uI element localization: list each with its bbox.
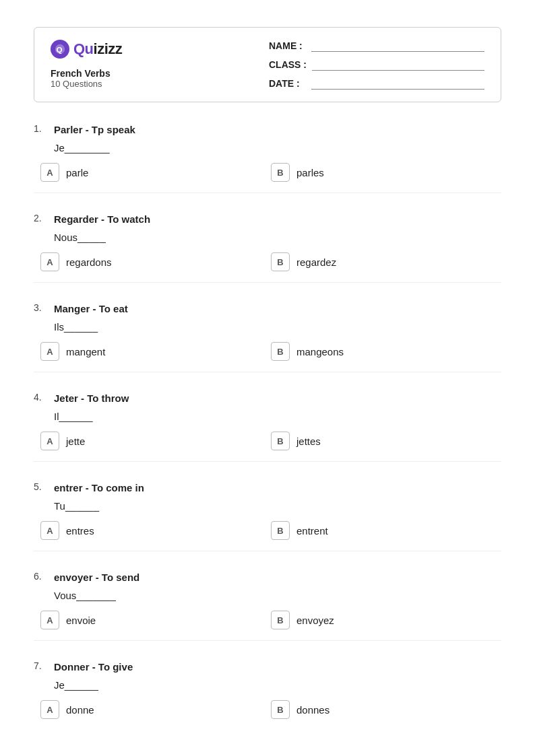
class-label: CLASS :: [269, 59, 307, 70]
option-a: Amangent: [40, 342, 271, 361]
options-row: AenvoieBenvoyez: [40, 611, 501, 629]
question-divider: [34, 551, 501, 551]
question-fill: Je________: [54, 142, 501, 153]
question-fill: Ils______: [54, 321, 501, 333]
quizizz-svg: Q: [54, 43, 66, 55]
header-box: Q Quizizz French Verbs 10 Questions NAME…: [34, 27, 501, 102]
name-label: NAME :: [269, 40, 306, 51]
option-text-a: regardons: [66, 256, 112, 268]
question-number: 5.: [34, 481, 47, 492]
options-row: AjetteBjettes: [40, 432, 501, 450]
option-b: Bmangeons: [271, 342, 501, 361]
question-block: 1.Parler - Tp speakJe________AparleBparl…: [34, 123, 501, 193]
options-row: AregardonsBregardez: [40, 252, 501, 271]
question-divider: [34, 282, 501, 283]
option-badge-b: B: [271, 163, 290, 182]
header-right: NAME : CLASS : DATE :: [269, 40, 484, 90]
option-badge-a: A: [40, 342, 59, 361]
question-block: 4.Jeter - To throwIl______AjetteBjettes: [34, 391, 501, 462]
question-divider: [34, 372, 501, 372]
option-badge-b: B: [271, 342, 290, 361]
option-text-a: parle: [66, 167, 88, 178]
option-badge-b: B: [271, 611, 290, 629]
logo: Q Quizizz: [51, 40, 122, 59]
option-text-a: mangent: [66, 346, 105, 357]
question-block: 7.Donner - To giveJe______AdonneBdonnes: [34, 660, 501, 719]
question-header: 3.Manger - To eat: [34, 302, 501, 316]
option-a: Aregardons: [40, 252, 271, 271]
question-header: 2.Regarder - To watch: [34, 212, 501, 226]
option-text-a: envoie: [66, 615, 96, 626]
svg-text:Q: Q: [57, 45, 63, 54]
option-text-b: jettes: [296, 436, 321, 447]
option-a: Aparle: [40, 163, 271, 182]
option-text-b: entrent: [296, 525, 328, 537]
options-row: AparleBparles: [40, 163, 501, 182]
question-fill: Il______: [54, 411, 501, 422]
quiz-subtitle: 10 Questions: [51, 79, 122, 89]
option-text-b: regardez: [296, 256, 336, 268]
option-badge-b: B: [271, 521, 290, 540]
date-field-row: DATE :: [269, 77, 484, 90]
option-text-a: entres: [66, 525, 94, 537]
class-line: [312, 59, 484, 71]
option-badge-b: B: [271, 432, 290, 450]
option-badge-b: B: [271, 252, 290, 271]
question-number: 2.: [34, 212, 47, 224]
option-badge-b: B: [271, 700, 290, 719]
question-text: Regarder - To watch: [54, 212, 150, 226]
question-number: 3.: [34, 302, 47, 313]
question-block: 2.Regarder - To watchNous_____Aregardons…: [34, 212, 501, 283]
page: Q Quizizz French Verbs 10 Questions NAME…: [0, 0, 535, 756]
option-a: Aenvoie: [40, 611, 271, 629]
option-text-b: donnes: [296, 704, 329, 716]
date-label: DATE :: [269, 78, 306, 89]
option-b: Bentrent: [271, 521, 501, 540]
question-number: 6.: [34, 570, 47, 582]
options-row: AdonneBdonnes: [40, 700, 501, 719]
option-b: Bjettes: [271, 432, 501, 450]
options-row: AmangentBmangeons: [40, 342, 501, 361]
option-a: Ajette: [40, 432, 271, 450]
option-badge-a: A: [40, 252, 59, 271]
question-number: 4.: [34, 391, 47, 403]
option-text-a: jette: [66, 436, 85, 447]
name-field-row: NAME :: [269, 40, 484, 52]
question-number: 1.: [34, 123, 47, 134]
question-text: Jeter - To throw: [54, 391, 129, 405]
question-fill: Nous_____: [54, 232, 501, 243]
quiz-info: French Verbs 10 Questions: [51, 68, 122, 89]
question-fill: Je______: [54, 679, 501, 691]
question-text: envoyer - To send: [54, 570, 139, 584]
option-badge-a: A: [40, 700, 59, 719]
date-line: [311, 77, 484, 90]
option-b: Bregardez: [271, 252, 501, 271]
option-text-b: envoyez: [296, 615, 334, 626]
question-fill: Tu______: [54, 500, 501, 512]
header-left: Q Quizizz French Verbs 10 Questions: [51, 40, 122, 89]
question-block: 3.Manger - To eatIls______AmangentBmange…: [34, 302, 501, 372]
question-number: 7.: [34, 660, 47, 671]
quizizz-logo-icon: Q: [51, 40, 69, 59]
question-divider: [34, 461, 501, 462]
question-header: 4.Jeter - To throw: [34, 391, 501, 405]
option-text-b: parles: [296, 167, 324, 178]
question-block: 6.envoyer - To sendVous_______AenvoieBen…: [34, 570, 501, 641]
option-b: Bdonnes: [271, 700, 501, 719]
question-header: 6.envoyer - To send: [34, 570, 501, 584]
name-line: [311, 40, 484, 52]
question-text: Donner - To give: [54, 660, 133, 674]
question-text: entrer - To come in: [54, 481, 144, 495]
question-divider: [34, 640, 501, 641]
option-badge-a: A: [40, 521, 59, 540]
quiz-title: French Verbs: [51, 68, 122, 79]
question-fill: Vous_______: [54, 590, 501, 601]
questions-section: 1.Parler - Tp speakJe________AparleBparl…: [34, 123, 501, 719]
question-header: 7.Donner - To give: [34, 660, 501, 674]
question-header: 1.Parler - Tp speak: [34, 123, 501, 137]
option-b: Bparles: [271, 163, 501, 182]
options-row: AentresBentrent: [40, 521, 501, 540]
question-divider: [34, 193, 501, 193]
option-b: Benvoyez: [271, 611, 501, 629]
option-badge-a: A: [40, 611, 59, 629]
